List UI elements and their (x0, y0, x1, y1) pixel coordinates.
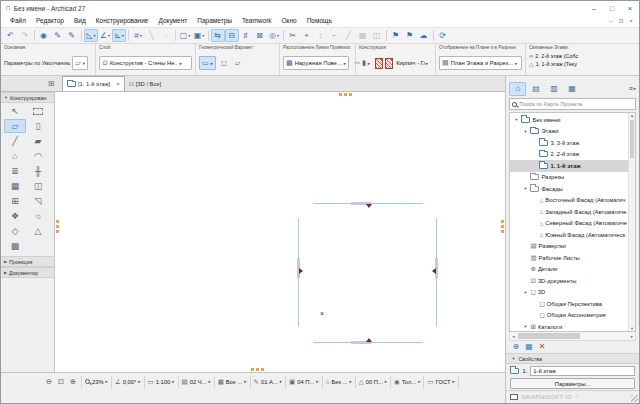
palette-grip-top[interactable] (339, 93, 352, 96)
guide-lines-button[interactable]: ◺▾ (84, 29, 98, 42)
tree-item-project-root[interactable]: ▾ Без имени (510, 114, 635, 126)
pickup-parameters-button[interactable]: ✎ (51, 29, 65, 42)
undo-button[interactable]: ↶ (4, 29, 18, 42)
story-name-input[interactable] (530, 366, 635, 376)
brick-hatch-swatch[interactable] (385, 58, 393, 69)
zoom-out-button[interactable]: ⊖ (43, 377, 55, 386)
element-snap-button[interactable]: ◌ (159, 29, 173, 42)
graphic-override-control[interactable]: ▣04 П...▸ (286, 376, 322, 388)
library-sync-button[interactable]: ⟳ (436, 29, 450, 42)
view-map-button[interactable]: ▤ (527, 82, 544, 96)
menu-file[interactable]: Файл (5, 15, 31, 27)
orientation-control[interactable]: ∠0,00°▸ (112, 376, 145, 388)
teamwork-cloud-button[interactable]: ☁ (417, 29, 431, 42)
brick-hatch-swatch[interactable] (375, 58, 383, 69)
tree-item-interior-elevations[interactable]: ▤ Развертки (510, 241, 635, 253)
window-stack-icon[interactable] (510, 394, 518, 400)
curtain-wall-tool[interactable]: ▦ (4, 179, 26, 193)
close-button[interactable]: × (621, 2, 639, 15)
menu-window[interactable]: Окно (277, 15, 302, 27)
viewpoint-settings-button[interactable]: ▦ (525, 342, 533, 352)
railing-tool[interactable]: ╫ (27, 164, 49, 178)
model-view-options-control[interactable]: ✎01 А...▸ (251, 376, 286, 388)
tree-item-stories[interactable]: ▾ Этажи (510, 126, 635, 138)
scrollbar-thumb[interactable] (630, 120, 634, 158)
delete-viewpoint-button[interactable]: ✕ (539, 342, 546, 352)
scroll-right-icon[interactable]: ► (630, 334, 634, 339)
menu-document[interactable]: Документ (153, 15, 192, 27)
multiply-button[interactable]: ▦ (356, 29, 370, 42)
lamp-tool[interactable]: ☼ (27, 209, 49, 223)
toolbox-section-projection[interactable]: ▶Проекция (1, 256, 54, 267)
tree-item-story-1[interactable]: 1. 1-й этаж (510, 160, 635, 172)
gravity-button[interactable]: ╲ (145, 29, 159, 42)
structure-type-button[interactable]: ▮▸ (359, 56, 373, 70)
palette-grip-right[interactable] (501, 220, 504, 233)
add-viewpoint-button[interactable]: ⊕ (512, 342, 519, 352)
tree-item-elevation-west[interactable]: ⌂ Западный Фасад (Автоматиче (510, 206, 635, 218)
wall-tool[interactable]: ▱ (4, 119, 26, 133)
tree-item-elevation-north[interactable]: ⌂ Северный Фасад (Автоматиче (510, 218, 635, 230)
menu-view[interactable]: Вид (69, 15, 91, 27)
door-tool[interactable]: ◫ (27, 179, 49, 193)
mdi-close-button[interactable]: × (626, 18, 636, 24)
geometry-straight-wall-button[interactable]: ▭▸ (199, 56, 216, 70)
elevation-line-west[interactable] (298, 218, 299, 327)
reference-line-location-button[interactable]: ▩Наружная Пове...▸ (283, 56, 349, 70)
geometry-rectangle-wall-button[interactable]: ▱ (232, 56, 243, 70)
zoom-in-button[interactable]: ⊕ (67, 377, 79, 386)
tab-3d[interactable]: ⊡ [3D / Все] (125, 76, 165, 91)
morph-tool[interactable]: ◇ (4, 224, 26, 238)
inject-parameters-button[interactable]: ✎ (65, 29, 79, 42)
menu-edit[interactable]: Редактор (31, 15, 69, 27)
tree-item-generic-perspective[interactable]: ◻ Общая Перспектива (510, 298, 635, 310)
slab-tool[interactable]: ▰ (27, 134, 49, 148)
tree-item-3d-documents[interactable]: ⊡ 3D-документы (510, 275, 635, 287)
building-material-button[interactable]: Кирпич - Гли...▸ (395, 56, 429, 70)
menu-teamwork[interactable]: Teamwork (237, 15, 277, 27)
stretch-button[interactable]: ↕ (314, 29, 328, 42)
elevation-line-south[interactable] (313, 342, 423, 343)
split-button[interactable]: ✂ (286, 29, 300, 42)
wall-default-settings-button[interactable]: ▱▾ (72, 56, 88, 70)
lock-elements-button[interactable]: ▣▾ (192, 29, 206, 42)
palette-grip-bottom[interactable] (251, 368, 264, 371)
scroll-down-icon[interactable]: ▼ (629, 326, 635, 331)
search-input[interactable] (519, 101, 633, 107)
tree-item-generic-axonometry[interactable]: ◻ Общая Аксонометрия (510, 310, 635, 322)
tab-floor-plan[interactable]: [1. 1-й этаж] × (62, 76, 125, 91)
minimize-button[interactable]: – (585, 2, 603, 15)
grid-snap-button[interactable]: #▾ (131, 29, 145, 42)
cut-plane-control[interactable]: △00 П...▸ (356, 376, 391, 388)
autogroup-button[interactable]: ⇆ (211, 29, 225, 42)
tree-item-elevation-south[interactable]: ⌂ Южный Фасад (Автоматическ (510, 229, 635, 241)
skylight-tool[interactable]: ◹ (27, 194, 49, 208)
tab-close-icon[interactable]: × (116, 81, 120, 87)
tree-item-sections[interactable]: Разрезы (510, 172, 635, 184)
snap-points-button[interactable]: ⊾▾ (112, 29, 126, 42)
menu-design[interactable]: Конструирование (91, 15, 154, 27)
pen-set-control[interactable]: ▦Все ...▸ (215, 376, 251, 388)
shell-tool[interactable]: ◠ (27, 149, 49, 163)
zoom-level-control[interactable]: 23%▸ (82, 376, 112, 388)
linked-story-home[interactable]: △1. 1-й этаж (Теку (529, 60, 577, 68)
tree-horizontal-scrollbar[interactable]: ◄► (509, 332, 636, 341)
magic-wand-button[interactable]: ⊠ (253, 29, 267, 42)
quad-view-icon[interactable]: ⊞ (43, 77, 59, 90)
mesh-tool[interactable]: △ (27, 224, 49, 238)
settings-button[interactable]: Параметры... (510, 378, 635, 389)
tree-item-worksheets[interactable]: ▥ Рабочие Листы (510, 252, 635, 264)
floor-plan-display-button[interactable]: ▤План Этажа и Разрез...▸ (439, 56, 522, 70)
arrow-tool[interactable]: ↖ (4, 104, 26, 118)
flag-review-button[interactable]: ⚑ (403, 29, 417, 42)
marquee-tool[interactable] (27, 104, 49, 118)
scale-control[interactable]: ▭1:100▸ (145, 376, 179, 388)
palette-grip-left[interactable] (56, 220, 59, 233)
object-tool[interactable]: ❖ (4, 209, 26, 223)
project-map-button[interactable]: ⌂ (509, 82, 526, 96)
roof-tool[interactable]: ⌂ (4, 149, 26, 163)
graphisoft-id-label[interactable]: GRAPHISOFT ID (521, 394, 571, 400)
mdi-minimize-button[interactable]: − (606, 18, 616, 24)
geometry-chained-wall-button[interactable]: ◻ (218, 56, 230, 70)
window-resize-grip[interactable] (631, 395, 638, 402)
